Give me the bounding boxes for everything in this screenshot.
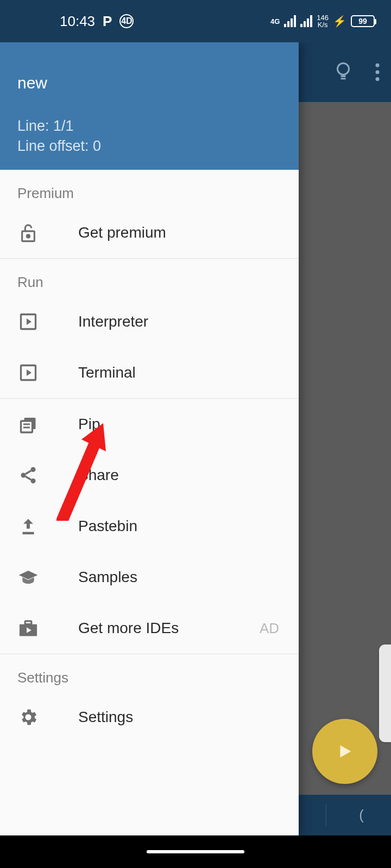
menu-item-pastebin[interactable]: Pastebin (0, 501, 299, 552)
symbol-key-paren[interactable]: ( (359, 807, 364, 824)
menu-item-label: Pip (78, 416, 100, 433)
upload-icon (17, 515, 39, 537)
menu-item-get-premium[interactable]: Get premium (0, 207, 299, 258)
play-box-icon (17, 362, 39, 384)
drawer-offset-info: Line offset: 0 (17, 136, 281, 156)
network-type-icon: 4G (270, 17, 280, 25)
battery-icon: 99 (351, 15, 375, 27)
menu-item-share[interactable]: Share (0, 450, 299, 501)
graduation-cap-icon (17, 566, 39, 588)
menu-item-settings[interactable]: Settings (0, 692, 299, 743)
status-right: 4G 146 K/s ⚡ 99 (270, 14, 375, 28)
svg-rect-15 (23, 532, 34, 535)
svg-rect-10 (23, 424, 30, 425)
unlock-icon (17, 222, 39, 244)
library-icon (17, 413, 39, 435)
svg-rect-11 (23, 427, 30, 429)
signal-strength-1-icon (284, 15, 296, 27)
svg-point-2 (375, 70, 379, 74)
status-left: 10:43 P 4D (16, 13, 134, 30)
drawer-file-title: new (17, 74, 281, 92)
fast-scroll-handle[interactable] (379, 644, 391, 742)
menu-item-label: Samples (78, 569, 137, 586)
menu-item-label: Interpreter (78, 313, 148, 330)
drawer-line-info: Line: 1/1 (17, 116, 281, 136)
tips-icon[interactable] (333, 60, 353, 84)
ad-badge: AD (260, 620, 279, 637)
app-indicator-p-icon: P (103, 13, 112, 30)
svg-point-13 (21, 473, 26, 478)
symbol-separator (326, 805, 326, 826)
drawer-header[interactable]: new Line: 1/1 Line offset: 0 (0, 42, 299, 170)
section-premium-label: Premium (0, 170, 299, 207)
menu-item-terminal[interactable]: Terminal (0, 347, 299, 398)
svg-rect-17 (25, 621, 31, 624)
system-nav-bar (0, 835, 391, 868)
svg-point-3 (375, 77, 379, 81)
share-icon (17, 464, 39, 486)
menu-item-label: Pastebin (78, 518, 137, 535)
briefcase-play-icon (17, 617, 39, 639)
play-box-icon (17, 311, 39, 333)
svg-point-1 (375, 63, 379, 67)
svg-point-5 (27, 235, 29, 238)
menu-item-more-ides[interactable]: Get more IDEs AD (0, 603, 299, 654)
svg-point-0 (338, 63, 349, 75)
menu-item-label: Share (78, 467, 119, 484)
charging-icon: ⚡ (333, 15, 346, 28)
gesture-pill[interactable] (147, 850, 244, 853)
app-indicator-4d-icon: 4D (119, 14, 134, 28)
section-run-label: Run (0, 259, 299, 296)
signal-strength-2-icon (300, 15, 312, 27)
navigation-drawer: new Line: 1/1 Line offset: 0 Premium Get… (0, 42, 299, 835)
menu-item-pip[interactable]: Pip (0, 399, 299, 450)
menu-item-label: Get premium (78, 224, 166, 241)
menu-item-samples[interactable]: Samples (0, 552, 299, 603)
svg-point-12 (31, 467, 36, 472)
section-settings-label: Settings (0, 654, 299, 692)
menu-item-label: Get more IDEs (78, 620, 179, 637)
run-fab-button[interactable] (312, 719, 377, 784)
menu-item-label: Settings (78, 709, 133, 726)
status-time: 10:43 (60, 13, 95, 30)
menu-item-label: Terminal (78, 364, 136, 381)
gear-icon (17, 706, 39, 728)
svg-point-14 (31, 478, 36, 483)
more-options-icon[interactable] (375, 63, 380, 81)
data-rate-icon: 146 K/s (317, 14, 329, 28)
menu-item-interpreter[interactable]: Interpreter (0, 296, 299, 347)
status-bar: 10:43 P 4D 4G 146 K/s ⚡ 99 (0, 0, 391, 42)
